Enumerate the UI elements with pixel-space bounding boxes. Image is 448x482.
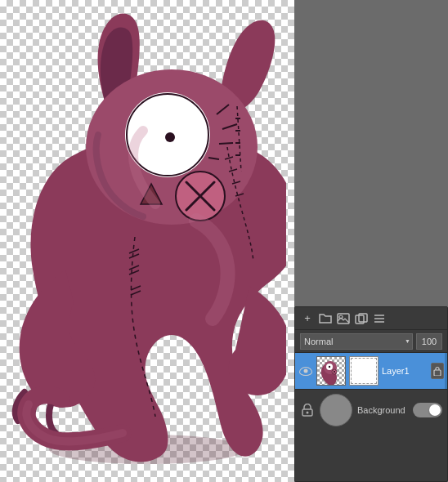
main-canvas: + xyxy=(0,0,448,482)
layers-panel: + xyxy=(294,306,448,482)
bg-lock-icon xyxy=(302,404,313,417)
svg-line-7 xyxy=(219,143,233,144)
background-item[interactable]: Background xyxy=(295,389,447,430)
blend-mode-select[interactable]: Normal Dissolve Multiply Screen Overlay xyxy=(300,333,413,350)
layer1-name: Layer1 xyxy=(382,366,428,376)
background-thumbnail xyxy=(320,394,352,426)
bg-visibility xyxy=(300,403,315,417)
toolbar-icons: + xyxy=(300,311,387,326)
menu-icon[interactable] xyxy=(372,311,387,326)
image-icon[interactable] xyxy=(336,311,351,326)
add-layer-button[interactable]: + xyxy=(300,311,315,326)
opacity-input[interactable] xyxy=(416,333,442,350)
layer1-lock-icon[interactable] xyxy=(431,363,444,379)
background-toggle[interactable] xyxy=(413,403,442,417)
canvas-area xyxy=(0,0,294,482)
blend-mode-wrapper: Normal Dissolve Multiply Screen Overlay xyxy=(300,333,413,350)
layer1-item[interactable]: Layer1 xyxy=(295,353,447,389)
panel-toolbar: + xyxy=(295,307,447,330)
cat-illustration xyxy=(8,8,286,470)
svg-rect-27 xyxy=(338,314,349,324)
layer1-mask-thumbnail xyxy=(349,356,379,386)
eye-icon xyxy=(299,367,312,376)
layer-scrollbar xyxy=(445,353,447,389)
svg-point-36 xyxy=(329,366,330,368)
svg-point-4 xyxy=(165,132,175,142)
svg-point-42 xyxy=(307,411,309,413)
layer1-thumbnail xyxy=(316,356,346,386)
duplicate-icon[interactable] xyxy=(354,311,369,326)
background-name: Background xyxy=(357,405,408,415)
folder-icon[interactable] xyxy=(318,311,333,326)
layer1-visibility-toggle[interactable] xyxy=(298,364,313,378)
blend-mode-row: Normal Dissolve Multiply Screen Overlay xyxy=(295,330,447,353)
svg-rect-40 xyxy=(434,370,441,376)
